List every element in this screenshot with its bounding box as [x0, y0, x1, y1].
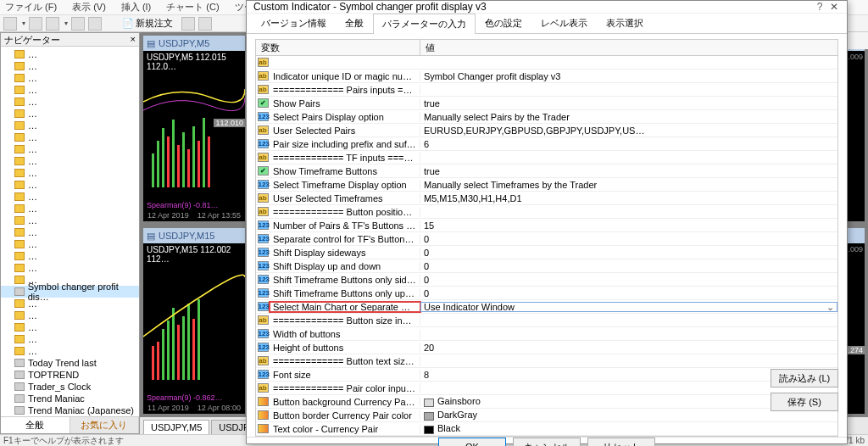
nav-tab-general[interactable]: 全般: [1, 417, 70, 433]
tree-item[interactable]: TOPTREND: [1, 369, 139, 381]
property-value[interactable]: Symbol Changer profit display v3: [420, 71, 837, 81]
property-row[interactable]: ab============= Pairs inputs ========= …: [256, 83, 837, 97]
reset-button[interactable]: リセット: [587, 438, 655, 446]
tree-item[interactable]: …: [1, 262, 139, 274]
property-value[interactable]: Use Indicator Window⌄Use Chart WindowUse…: [420, 302, 837, 312]
property-row[interactable]: abUser Selected TimeframesM5,M15,M30,H1,…: [256, 192, 837, 205]
property-row[interactable]: 123Shift Display sideways0: [256, 246, 837, 259]
property-value[interactable]: DarkGray: [420, 410, 837, 420]
nav-tab-favorites[interactable]: お気に入り: [70, 417, 140, 433]
property-row[interactable]: 123Shift Timeframe Buttons only up and d…: [256, 287, 837, 300]
property-value[interactable]: 15: [420, 220, 837, 231]
property-row[interactable]: Text color - Currency PairBlack: [256, 422, 837, 436]
tab-parameters[interactable]: パラメーターの入力: [373, 14, 476, 34]
property-row[interactable]: 123Shift Timeframe Buttons only sideways…: [256, 273, 837, 287]
property-row[interactable]: ab============= Button text size input…: [256, 354, 837, 368]
tree-item[interactable]: …: [1, 167, 139, 179]
load-button[interactable]: 読み込み (L): [771, 369, 838, 387]
property-row[interactable]: 123Shift Display up and down0: [256, 259, 837, 273]
tree-item[interactable]: …: [1, 72, 139, 84]
property-value[interactable]: true: [420, 166, 837, 176]
tree-item[interactable]: Trend Maniac (Japanese): [1, 404, 139, 416]
property-row[interactable]: 123Select Timeframe Display optionManual…: [256, 178, 837, 192]
tab-version[interactable]: バージョン情報: [252, 13, 336, 33]
property-row[interactable]: Button border Currency Pair colorDarkGra…: [256, 409, 837, 422]
close-icon[interactable]: ×: [131, 34, 136, 45]
tree-item[interactable]: …: [1, 84, 139, 96]
menu-insert[interactable]: 挿入 (I): [118, 1, 154, 14]
property-value[interactable]: 0: [420, 275, 837, 285]
property-row[interactable]: Button background Currency Pair colorGai…: [256, 395, 837, 409]
property-row[interactable]: ab============= TF inputs ========== …: [256, 151, 837, 164]
chart-tab[interactable]: USDJPY,M5: [143, 420, 209, 434]
tree-item[interactable]: …: [1, 108, 139, 120]
tb-icon[interactable]: [3, 17, 17, 31]
property-row[interactable]: 123Select Pairs Display optionManually s…: [256, 110, 837, 124]
tree-item[interactable]: …: [1, 120, 139, 131]
property-value[interactable]: 0: [420, 288, 837, 298]
tb-icon[interactable]: [71, 17, 85, 31]
property-value[interactable]: M5,M15,M30,H1,H4,D1: [420, 193, 837, 203]
property-value[interactable]: 6: [420, 139, 837, 149]
tab-colors[interactable]: 色の設定: [476, 13, 531, 33]
property-row[interactable]: 123Font size8: [256, 368, 837, 382]
tree-item[interactable]: …: [1, 131, 139, 143]
property-row[interactable]: ab============= Button position input…: [256, 205, 837, 219]
tree-item[interactable]: …: [1, 309, 139, 321]
property-value[interactable]: Manually select Timeframes by the Trader: [420, 180, 837, 190]
tree-item[interactable]: …: [1, 179, 139, 191]
tb-icon[interactable]: [29, 17, 42, 31]
property-value[interactable]: 0: [420, 261, 837, 271]
menu-view[interactable]: 表示 (V): [69, 1, 109, 14]
tb-icon[interactable]: [198, 17, 212, 31]
tree-item[interactable]: …: [1, 333, 139, 345]
property-row[interactable]: ✔Show Pairstrue: [256, 97, 837, 110]
tree-item[interactable]: …: [1, 191, 139, 203]
property-row[interactable]: ab============= Button size inputs ==…: [256, 314, 837, 327]
tree-item[interactable]: …: [1, 203, 139, 215]
chevron-down-icon[interactable]: ⌄: [826, 302, 834, 312]
tree-item[interactable]: …: [1, 345, 139, 357]
property-row[interactable]: 123Width of buttons: [256, 327, 837, 341]
property-value[interactable]: 0: [420, 248, 837, 258]
property-value[interactable]: 0: [420, 234, 837, 244]
ok-button[interactable]: OK: [438, 438, 506, 446]
chart-usdjpy-m5[interactable]: ▤USDJPY,M5 USDJPY,M5 112.015 112.0… 112.…: [143, 36, 245, 221]
menu-chart[interactable]: チャート (C): [163, 1, 222, 14]
property-value[interactable]: Manually select Pairs by the Trader: [420, 112, 837, 122]
tree-item-selected[interactable]: Symbol changer profit dis…: [1, 286, 139, 298]
chart-usdjpy-m15[interactable]: ▤USDJPY,M15 USDJPY,M15 112.002 112… Spea…: [143, 228, 245, 414]
tree-item[interactable]: Trader_s Clock: [1, 381, 139, 393]
tb-icon[interactable]: [181, 17, 195, 31]
property-row[interactable]: 123Separate control for TF's Buttons in …: [256, 232, 837, 246]
tab-levels[interactable]: レベル表示: [531, 13, 597, 33]
property-row[interactable]: 123Number of Pairs & TF's Buttons in a h…: [256, 219, 837, 232]
cancel-button[interactable]: キャンセル: [513, 438, 581, 446]
property-value[interactable]: true: [420, 98, 837, 109]
tb-icon[interactable]: [88, 17, 102, 31]
save-button[interactable]: 保存 (S): [771, 393, 838, 411]
property-row[interactable]: 123Pair size including prefix and suffix…: [256, 137, 837, 151]
property-value[interactable]: 20: [420, 343, 837, 353]
tree-item[interactable]: …: [1, 96, 139, 108]
tb-icon[interactable]: [46, 17, 59, 31]
tree-item[interactable]: Today Trend last: [1, 357, 139, 369]
property-row[interactable]: ab============= Pair color inputs ==…: [256, 382, 837, 395]
help-icon[interactable]: ?: [811, 1, 828, 13]
tree-item[interactable]: …: [1, 250, 139, 262]
property-value[interactable]: EURUSD,EURJPY,GBPUSD,GBPJPY,USDJPY,US…: [420, 125, 837, 136]
tree-item[interactable]: Trend Maniac: [1, 393, 139, 404]
property-row[interactable]: abIndicator unique ID or magic numberSym…: [256, 70, 837, 83]
tree-item[interactable]: …: [1, 143, 139, 155]
property-row[interactable]: abUser Selected PairsEURUSD,EURJPY,GBPUS…: [256, 124, 837, 137]
tree-item[interactable]: …: [1, 155, 139, 167]
property-value[interactable]: Black: [420, 423, 837, 433]
tab-general[interactable]: 全般: [336, 13, 373, 33]
tree-item[interactable]: …: [1, 226, 139, 238]
close-icon[interactable]: ✕: [828, 1, 840, 13]
property-row[interactable]: 123Height of buttons20: [256, 341, 837, 354]
property-row[interactable]: 123Select Main Chart or Separate WindowU…: [256, 300, 837, 314]
property-list[interactable]: ababIndicator unique ID or magic numberS…: [255, 56, 838, 437]
tree-item[interactable]: …: [1, 60, 139, 72]
menu-file[interactable]: ファイル (F): [2, 1, 60, 14]
